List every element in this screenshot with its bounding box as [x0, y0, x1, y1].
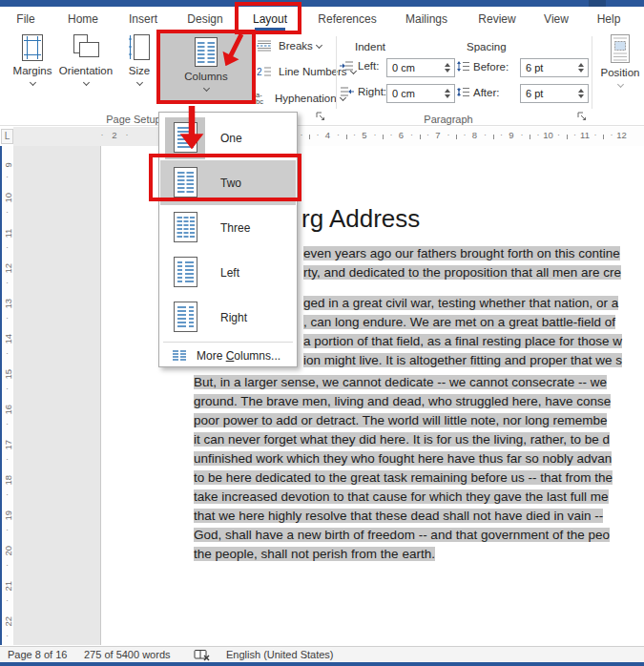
spacing-after-icon: [456, 86, 470, 98]
orientation-button[interactable]: Orientation: [55, 33, 116, 104]
indent-right-icon: [340, 86, 354, 97]
size-button[interactable]: Size: [120, 33, 158, 104]
tab-file[interactable]: File: [16, 7, 34, 31]
ruler-mark: ·: [374, 130, 377, 139]
columns-menu-item-left[interactable]: Left: [160, 250, 296, 295]
more-columns-menu-item[interactable]: More Columns...: [160, 344, 296, 366]
columns-menu-item-one[interactable]: One: [160, 115, 296, 160]
language-indicator[interactable]: English (United States): [226, 649, 334, 660]
orientation-label: Orientation: [59, 65, 113, 76]
ruler-mark: ·: [594, 130, 597, 139]
indent-title: Indent: [355, 41, 385, 52]
tab-references[interactable]: References: [318, 7, 376, 31]
tab-design[interactable]: Design: [187, 7, 222, 31]
indent-right-row: Right:: [340, 86, 386, 97]
ruler-tick: ·: [6, 454, 9, 464]
ruler-mark: 9: [3, 158, 13, 168]
ruler-mark: 18: [3, 476, 13, 486]
columns-left-icon: [173, 257, 198, 288]
document-text-line: , can long endure. We are met on a great…: [303, 313, 622, 332]
menu-separator: [163, 342, 293, 343]
document-text-line: But, in a larger sense, we cannot dedica…: [194, 373, 613, 392]
title-bar: [0, 0, 644, 7]
proofing-error-icon[interactable]: [194, 648, 211, 663]
orientation-chevron-icon: [82, 79, 89, 86]
ruler-mark: 10: [3, 194, 13, 203]
columns-menu-item-three[interactable]: Three: [160, 205, 296, 250]
ruler-tick: [346, 135, 347, 139]
page-indicator[interactable]: Page 8 of 16: [8, 649, 67, 660]
indent-left-icon: [340, 60, 354, 72]
position-button[interactable]: Position: [599, 33, 641, 104]
document-text-line: ged in a great civil war, testing whethe…: [303, 294, 622, 313]
columns-button[interactable]: Columns: [160, 32, 252, 101]
spacing-before-field[interactable]: 6 pt: [520, 58, 589, 77]
tab-home[interactable]: Home: [68, 7, 98, 31]
ruler-tick: ·: [6, 384, 9, 393]
vertical-ruler[interactable]: 9·10·11·12·13·14·15·16·17·18·19·20·21·22…: [0, 146, 13, 645]
columns-menu-item-two[interactable]: Two: [160, 160, 296, 205]
group-separator: [592, 36, 592, 109]
indent-left-field[interactable]: 0 cm: [386, 58, 455, 77]
ruler-mark: 8: [472, 130, 477, 140]
tab-insert[interactable]: Insert: [129, 7, 157, 31]
document-text-line: that we here highly resolve that these d…: [194, 507, 613, 526]
document-text-line: ground. The brave men, living and dead, …: [194, 392, 613, 411]
ruler-mark: 4: [325, 130, 330, 140]
document-text-line: ion might live. It is altogether fitting…: [303, 351, 622, 370]
document-text-line: unfinished work which they who fought he…: [194, 449, 613, 468]
tab-selector[interactable]: L: [1, 129, 13, 144]
tab-mailings[interactable]: Mailings: [405, 7, 447, 31]
word-count[interactable]: 275 of 5400 words: [84, 649, 171, 660]
tab-review[interactable]: Review: [478, 7, 515, 31]
ruler-tick: ·: [6, 348, 9, 358]
ruler-tick: ·: [6, 242, 9, 252]
ruler-mark: ·: [537, 130, 540, 139]
columns-three-icon: [173, 212, 198, 243]
tab-help[interactable]: Help: [597, 7, 621, 31]
size-chevron-icon: [135, 79, 142, 86]
spacing-before-spinner[interactable]: [575, 60, 587, 75]
breaks-button[interactable]: Breaks: [256, 39, 322, 52]
ruler-mark: ·: [390, 130, 393, 139]
spacing-before-value: 6 pt: [526, 62, 543, 73]
position-chevron-icon: [616, 81, 623, 88]
ribbon-options-dots-icon[interactable]: [589, 0, 606, 7]
ruler-mark: ·: [317, 130, 320, 139]
document-text-line: the people, shall not perish from the ea…: [194, 545, 613, 564]
document-text-line: to be here dedicated to the great task r…: [194, 468, 613, 488]
columns-menu-item-right[interactable]: Right: [160, 295, 296, 340]
columns-dropdown-menu: RightLeftThreeTwoOne More Columns...: [158, 112, 298, 367]
ruler-mark: 13: [3, 300, 13, 309]
tab-layout[interactable]: Layout: [253, 7, 287, 31]
ruler-tick: [456, 135, 457, 139]
document-text-line: rty, and dedicated to the proposition th…: [303, 263, 621, 282]
line-numbers-icon: 2: [256, 65, 273, 77]
ruler-mark: 5: [362, 130, 366, 140]
ruler-tick: ·: [6, 631, 9, 640]
document-background: [13, 146, 100, 645]
page-setup-dialog-launcher-icon[interactable]: [316, 112, 327, 123]
document-text-line: a portion of that field, as a final rest…: [303, 332, 622, 351]
indent-left-spinner[interactable]: [442, 60, 453, 75]
spacing-after-row: After:: [456, 86, 499, 98]
ruler-mark: ·: [484, 130, 487, 139]
tab-view[interactable]: View: [544, 7, 569, 31]
ruler-tick: ·: [6, 172, 9, 181]
spacing-after-field[interactable]: 6 pt: [520, 84, 589, 103]
ruler-mark: 21: [3, 582, 13, 592]
paragraph-dialog-launcher-icon[interactable]: [577, 112, 589, 123]
columns-menu-item-one-label: One: [220, 132, 242, 145]
indent-right-field[interactable]: 0 cm: [386, 84, 455, 103]
hyphenation-icon: a- bc: [254, 91, 271, 105]
ruler-mark: ·: [500, 130, 503, 139]
spacing-after-spinner[interactable]: [575, 86, 587, 101]
hyphenation-button[interactable]: a- bc Hyphenation: [254, 91, 345, 105]
columns-menu-item-right-label: Right: [220, 311, 247, 324]
ruler-tick: ·: [6, 525, 9, 534]
horizontal-ruler[interactable]: 2··3··4··5··6··7··8··9··10··11··12: [13, 127, 644, 146]
indent-right-value: 0 cm: [392, 88, 415, 99]
indent-right-spinner[interactable]: [442, 86, 453, 101]
margins-button[interactable]: Margins: [11, 33, 53, 104]
ruler-mark: ·: [353, 130, 356, 139]
